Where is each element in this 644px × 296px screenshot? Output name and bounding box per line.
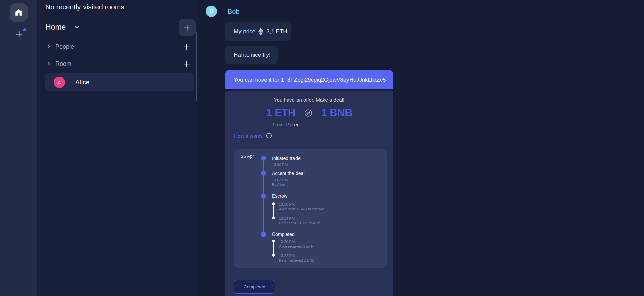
sidebar-section-room[interactable]: Room (46, 59, 71, 69)
room-sidebar: No recently visited rooms Home (37, 0, 197, 296)
message-bubble-highlight: You can have it for 1 3FZbgi29cpjq2GjdwV… (225, 70, 393, 89)
chevron-right-icon (46, 61, 51, 66)
offer-amounts: 1 ETH 1 BNB (225, 107, 393, 119)
timeline-event-time: 13.03 PM (272, 178, 288, 182)
timeline-event-time: 13.00 PM (272, 163, 288, 167)
timeline-step-time: 13.10 PM (279, 202, 295, 206)
plus-icon (183, 60, 191, 68)
home-icon (14, 8, 23, 17)
eth-icon (258, 28, 263, 36)
add-room-item-button[interactable] (181, 58, 192, 69)
swap-icon (304, 109, 312, 117)
timeline-step-text: Alice recieved 1 ETH (279, 244, 314, 248)
timeline-event-title: Initiated trade (272, 156, 301, 161)
home-button[interactable] (10, 3, 28, 22)
timeline-subdot (272, 240, 275, 243)
message-amount: 3,1 ETH (266, 28, 287, 35)
timeline-dot (261, 156, 266, 161)
message-bubble: My price 3,1 ETH (225, 22, 291, 41)
timeline-date: 26 Apr (241, 154, 254, 159)
timeline-event-by: By Alice (272, 183, 285, 187)
timeline-event-title: Completed (272, 231, 295, 237)
avatar: B (206, 6, 217, 17)
section-label: Room (55, 60, 71, 68)
timeline-subdot (272, 202, 275, 205)
timeline-subdot (272, 216, 275, 219)
recent-rooms-header: No recently visited rooms (45, 3, 124, 11)
timeline-dot (261, 171, 266, 176)
space-name: Home (45, 23, 66, 32)
notification-dot (23, 28, 26, 31)
wallet-address: 3FZbgi29cpjq2GjdwV8eyHuJJnkLtktZc5 (287, 77, 386, 83)
app-root: No recently visited rooms Home (0, 0, 644, 296)
offer-left-amount: 1 ETH (266, 107, 296, 119)
space-selector[interactable]: Home (45, 21, 80, 33)
from-label: From (273, 122, 284, 127)
left-rail (0, 0, 37, 296)
timeline-event-title: Escrow (272, 193, 287, 199)
chevron-down-icon (74, 24, 80, 30)
timeline-subdot (272, 254, 275, 257)
timeline-dot (261, 194, 266, 199)
how-it-works-link[interactable]: How it works (234, 133, 272, 139)
offer-title: You have an offer. Make a deal! (225, 97, 393, 103)
chevron-right-icon (46, 44, 51, 49)
timeline-step-time: 13.14 PM (279, 216, 295, 220)
trade-status-button[interactable]: Completed (234, 280, 275, 294)
message-text: You can have it for 1 (234, 77, 284, 83)
timeline-step-text: Alice sent 1 BNB to escrow (279, 207, 324, 211)
sidebar-scrollbar[interactable] (196, 32, 197, 101)
timeline-event-title: Accept the deal (272, 171, 305, 176)
timeline-step-time: 13.22 PM (279, 254, 295, 258)
section-label: People (55, 43, 74, 50)
message-bubble: Haha, nice try! (225, 46, 278, 64)
timeline-step-text: Peter recieved 1 BNB (279, 258, 315, 262)
offer-from: From Peter (273, 122, 299, 127)
add-room-button[interactable] (179, 19, 196, 36)
timeline-dot (261, 232, 266, 237)
timeline-step-time: 13.20 PM (279, 240, 295, 244)
plus-icon (183, 24, 192, 32)
info-icon[interactable] (266, 133, 272, 139)
message-text: My price (234, 28, 255, 35)
sidebar-section-people[interactable]: People (46, 42, 74, 52)
plus-icon (183, 43, 191, 51)
offer-right-amount: 1 BNB (321, 107, 352, 119)
contact-name: Alice (75, 79, 89, 86)
trade-offer-card: You have an offer. Make a deal! 1 ETH 1 … (225, 91, 393, 296)
how-it-works-label: How it works (234, 133, 263, 139)
message-text: Haha, nice try! (234, 52, 271, 58)
timeline-step-text: Peter sent 1 ETH to Alice (279, 221, 320, 225)
from-name: Peter (286, 122, 299, 127)
trade-timeline-card: 26 Apr Initiated trade 13.00 PM Accept t… (234, 149, 387, 268)
plus-icon (15, 30, 24, 39)
contact-alice[interactable]: A Alice (45, 73, 194, 91)
add-people-button[interactable] (181, 41, 192, 52)
avatar: A (54, 77, 65, 88)
peer-name[interactable]: Bob (228, 8, 240, 15)
